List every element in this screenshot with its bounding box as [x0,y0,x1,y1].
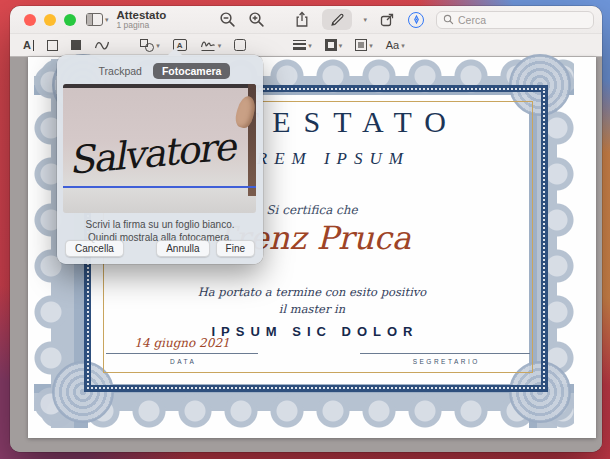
page-count: 1 pagina [117,21,167,30]
tab-fotocamera[interactable]: Fotocamera [153,63,231,79]
camera-preview: Salvatore [63,84,256,213]
shapes-tool[interactable]: ▾ [137,35,163,55]
sketch-icon [94,38,110,52]
shape-style-icon [293,40,306,50]
shapes-icon [140,39,154,52]
titlebar: ▾ Attestato 1 pagina [10,6,602,33]
fill-sign-button[interactable] [407,11,425,29]
body-line-1: Ha portato a termine con esito positivo [28,285,596,299]
minimize-button[interactable] [44,14,56,26]
text-selection-tool[interactable]: A [20,35,37,55]
border-color-icon [325,39,337,51]
signature-popover: Trackpad Fotocamera Salvatore Scrivi la … [57,55,263,264]
clear-button[interactable]: Cancella [65,240,124,257]
secretary-signature-space [360,336,530,353]
shape-style-tool[interactable]: ▾ [290,35,315,55]
date-value: 14 giugno 2021 [106,336,258,353]
note-tool[interactable] [231,35,249,55]
zoom-out-button[interactable] [218,11,236,29]
text-style-icon: Aa [386,39,399,51]
note-icon [234,39,246,51]
zoom-window-button[interactable] [64,14,76,26]
chevron-down-icon: ▾ [156,42,160,49]
border-color-tool[interactable]: ▾ [322,35,346,55]
secretary-block: SEGRETARIO [360,336,530,365]
tab-trackpad[interactable]: Trackpad [90,63,151,79]
search-icon [443,14,454,25]
export-icon [379,12,395,28]
chevron-down-icon: ▾ [339,42,343,49]
redact-icon [71,40,81,50]
rect-selection-tool[interactable] [44,35,61,55]
handwritten-signature: Salvatore [65,108,253,192]
markup-pencil-icon [330,12,345,27]
popover-arrow [167,48,183,56]
signature-guide-line [63,186,256,188]
text-style-tool[interactable]: Aa ▾ [383,35,408,55]
date-block: 14 giugno 2021 DATA [106,336,258,365]
sidebar-toggle-button[interactable]: ▾ [86,13,109,26]
markup-toolbar: A ▾ A ▾ [10,33,602,57]
desktop-wallpaper: ▾ Attestato 1 pagina [0,0,610,459]
signature-icon [200,38,216,53]
search-input[interactable] [458,14,568,26]
sidebar-icon [86,13,103,26]
secretary-label: SEGRETARIO [360,358,530,365]
date-line [106,353,258,354]
instruction-line-1: Scrivi la firma su un foglio bianco. [57,219,263,232]
chevron-down-icon: ▾ [308,42,312,49]
signature-source-tabs: Trackpad Fotocamera [57,63,263,79]
preview-window: ▾ Attestato 1 pagina [10,6,602,452]
zoom-in-icon [248,11,265,28]
cancel-button[interactable]: Annulla [156,240,209,257]
window-title-block: Attestato 1 pagina [117,9,167,30]
chevron-down-icon: ▾ [369,42,373,49]
camera-background-strip [63,84,256,88]
redact-tool[interactable] [68,35,84,55]
signature-row: 14 giugno 2021 DATA SEGRETARIO [106,336,530,365]
search-field[interactable] [436,11,594,29]
popover-buttons: Cancella Annulla Fine [65,240,255,257]
chevron-down-icon: ▾ [105,16,109,23]
text-selection-icon: A [23,39,34,51]
close-button[interactable] [24,14,36,26]
body-line-2: il master in [28,302,596,316]
markup-chevron-icon[interactable]: ▾ [363,16,367,23]
export-button[interactable] [378,11,396,29]
chevron-down-icon: ▾ [218,42,222,49]
share-button[interactable] [293,11,311,29]
signature-text: Salvatore [67,124,240,183]
share-icon [294,11,310,28]
fill-color-tool[interactable]: ▾ [352,35,376,55]
zoom-out-icon [219,11,236,28]
date-label: DATA [106,358,258,365]
pen-circle-icon [408,12,424,28]
chevron-down-icon: ▾ [401,42,405,49]
secretary-line [360,353,530,354]
markup-button[interactable] [322,9,352,30]
sketch-tool[interactable] [91,35,113,55]
traffic-lights [24,14,76,26]
signature-tool[interactable]: ▾ [197,35,225,55]
zoom-in-button[interactable] [247,11,265,29]
rect-selection-icon [47,40,58,51]
fill-color-icon [355,39,367,51]
done-button[interactable]: Fine [216,240,255,257]
